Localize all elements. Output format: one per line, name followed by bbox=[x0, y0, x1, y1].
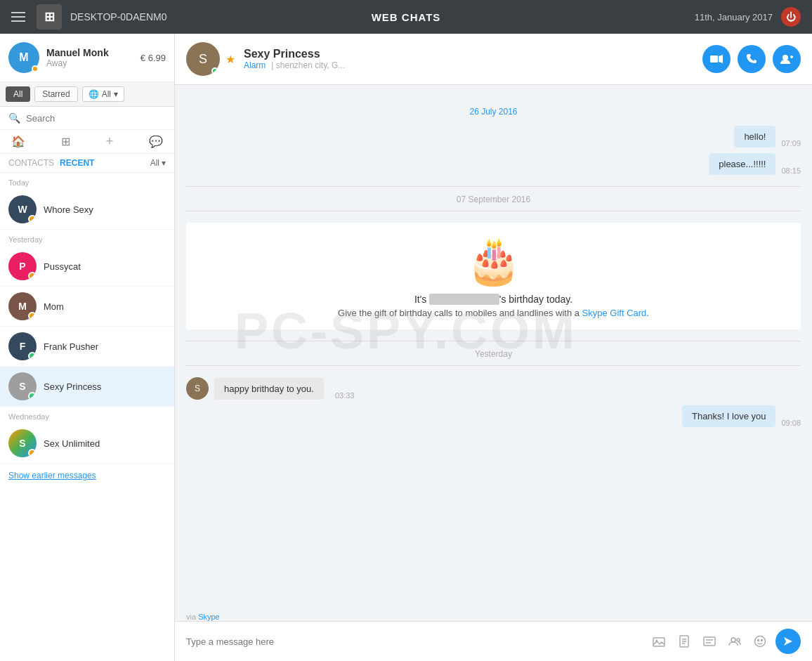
contact-avatar-sexy-princess: S bbox=[8, 372, 37, 400]
svg-point-18 bbox=[761, 640, 763, 641]
power-button[interactable]: ⏻ bbox=[781, 7, 801, 27]
filter-all-button[interactable]: All bbox=[6, 86, 30, 102]
date-label-sep: 07 September 2016 bbox=[457, 195, 530, 204]
svg-marker-1 bbox=[719, 55, 723, 63]
contact-name-pussycat: Pussycat bbox=[44, 261, 81, 272]
app-title: WEB CHATS bbox=[372, 11, 441, 23]
section-today-label: Today bbox=[0, 173, 174, 190]
chat-header-name: Sexy Princess bbox=[244, 48, 702, 60]
badge-whore-sexy bbox=[28, 215, 37, 223]
badge-frank-pusher bbox=[28, 352, 37, 360]
message-bubble-hello: hello! bbox=[734, 126, 775, 148]
badge-sexy-princess bbox=[28, 392, 37, 400]
star-icon[interactable]: ★ bbox=[225, 53, 235, 66]
user-profile: M Manuel Monk Away € 6.99 bbox=[0, 34, 174, 82]
date-label-july: 26 July 2016 bbox=[464, 105, 523, 118]
chat-input-area bbox=[175, 621, 812, 661]
attach-file-button[interactable] bbox=[674, 631, 694, 651]
message-row-hello: hello! 07:09 bbox=[186, 126, 801, 148]
search-input[interactable] bbox=[26, 113, 166, 124]
video-call-button[interactable] bbox=[702, 45, 731, 73]
chat-header: S ★ Sexy Princess Alarm | shenzhen city,… bbox=[175, 34, 812, 85]
top-bar: ⊞ DESKTOP-0DAENM0 WEB CHATS 11th, Januar… bbox=[0, 0, 812, 34]
filter-dropdown[interactable]: 🌐 All ▾ bbox=[82, 86, 124, 102]
tab-all-filter[interactable]: All ▾ bbox=[150, 158, 166, 168]
contact-item-sexy-princess[interactable]: S Sexy Princess bbox=[0, 367, 174, 407]
via-skype-link[interactable]: Skype bbox=[198, 613, 220, 621]
svg-rect-5 bbox=[653, 638, 664, 646]
add-contact-button[interactable] bbox=[773, 45, 801, 73]
svg-rect-0 bbox=[710, 55, 718, 63]
hamburger-menu[interactable] bbox=[11, 12, 25, 22]
tab-recent[interactable]: RECENT bbox=[60, 158, 94, 168]
svg-point-14 bbox=[731, 638, 735, 642]
apps-icon[interactable]: ⊞ bbox=[61, 135, 70, 148]
contact-item-frank-pusher[interactable]: F Frank Pusher bbox=[0, 327, 174, 367]
message-time-please: 08:15 bbox=[781, 166, 801, 175]
chat-header-location: | shenzhen city, G... bbox=[271, 60, 345, 70]
badge-mom bbox=[28, 312, 37, 320]
voice-call-button[interactable] bbox=[738, 45, 766, 73]
chat-header-status: Alarm bbox=[244, 60, 266, 70]
quote-button[interactable] bbox=[700, 631, 719, 651]
main-container: M Manuel Monk Away € 6.99 All Starred 🌐 … bbox=[0, 34, 812, 661]
current-date: 11th, January 2017 bbox=[695, 12, 773, 22]
date-divider-july: 26 July 2016 bbox=[186, 105, 801, 117]
contact-avatar-mom: M bbox=[8, 292, 37, 320]
emoji-button[interactable] bbox=[750, 631, 770, 651]
contact-tabs: CONTACTS RECENT All ▾ bbox=[0, 154, 174, 173]
badge-pussycat bbox=[28, 272, 37, 280]
message-time-hello: 07:09 bbox=[781, 139, 801, 148]
user-name: Manuel Monk bbox=[46, 47, 140, 58]
message-row-thanks: Thanks! I love you 09:08 bbox=[186, 405, 801, 427]
message-time-thanks: 09:08 bbox=[781, 419, 801, 427]
top-bar-right: 11th, January 2017 ⏻ bbox=[695, 7, 801, 27]
globe-icon: 🌐 bbox=[89, 89, 99, 99]
add-contact-icon[interactable]: + bbox=[106, 134, 114, 149]
search-icon: 🔍 bbox=[8, 112, 20, 124]
windows-logo: ⊞ bbox=[37, 4, 62, 30]
messages-area[interactable]: 26 July 2016 hello! 07:09 please...!!!!!… bbox=[175, 85, 812, 610]
contact-item-pussycat[interactable]: P Pussycat bbox=[0, 247, 174, 287]
contact-avatar-whore-sexy: W bbox=[8, 195, 37, 223]
svg-rect-11 bbox=[704, 637, 715, 646]
contact-item-sex-unlimited[interactable]: S Sex Unlimited bbox=[0, 424, 174, 464]
online-status-dot bbox=[211, 67, 218, 74]
contact-item-mom[interactable]: M Mom bbox=[0, 287, 174, 327]
nav-icons: 🏠 ⊞ + 💬 bbox=[0, 130, 174, 154]
svg-point-2 bbox=[782, 55, 788, 60]
message-bubble-happy-bday: happy brithday to you. bbox=[214, 378, 324, 400]
attach-image-button[interactable] bbox=[649, 631, 669, 651]
show-earlier-link[interactable]: Show earlier messages bbox=[0, 464, 174, 487]
svg-point-16 bbox=[755, 636, 766, 647]
chat-header-actions bbox=[702, 45, 801, 73]
contact-name-mom: Mom bbox=[44, 301, 64, 312]
machine-name: DESKTOP-0DAENM0 bbox=[70, 11, 166, 22]
contact-name-sexy-princess: Sexy Princess bbox=[44, 381, 101, 392]
contact-item-whore-sexy[interactable]: W Whore Sexy bbox=[0, 190, 174, 230]
home-icon[interactable]: 🏠 bbox=[11, 135, 25, 148]
blurred-name: ██████ bbox=[429, 294, 499, 305]
status-dot bbox=[32, 65, 39, 72]
skype-gift-card-link[interactable]: Skype Gift Card bbox=[582, 308, 647, 318]
send-button[interactable] bbox=[775, 629, 801, 654]
birthday-sub-text: Give the gift of birthday calls to mobil… bbox=[197, 308, 790, 318]
filter-starred-button[interactable]: Starred bbox=[34, 86, 77, 102]
message-row-please: please...!!!!! 08:15 bbox=[186, 153, 801, 175]
chat-icon[interactable]: 💬 bbox=[149, 135, 163, 148]
contact-avatar-sex-unlimited: S bbox=[8, 429, 37, 457]
user-avatar: M bbox=[8, 42, 39, 73]
birthday-cake-emoji: 🎂 bbox=[197, 234, 790, 288]
tab-contacts[interactable]: CONTACTS bbox=[8, 158, 54, 168]
chat-header-avatar: S bbox=[186, 42, 220, 76]
birthday-block: 🎂 It's ██████'s birthday today. Give the… bbox=[186, 223, 801, 329]
contact-name-whore-sexy: Whore Sexy bbox=[44, 204, 93, 215]
svg-marker-19 bbox=[784, 637, 792, 646]
message-input[interactable] bbox=[186, 636, 642, 647]
message-row-happy-bday: S happy brithday to you. 03:33 bbox=[186, 377, 801, 400]
date-divider-sep: 07 September 2016 bbox=[186, 186, 801, 211]
contact-name-sex-unlimited: Sex Unlimited bbox=[44, 438, 100, 449]
contacts-button[interactable] bbox=[725, 631, 745, 651]
svg-point-17 bbox=[758, 640, 759, 641]
message-time-happy-bday: 03:33 bbox=[335, 391, 355, 400]
